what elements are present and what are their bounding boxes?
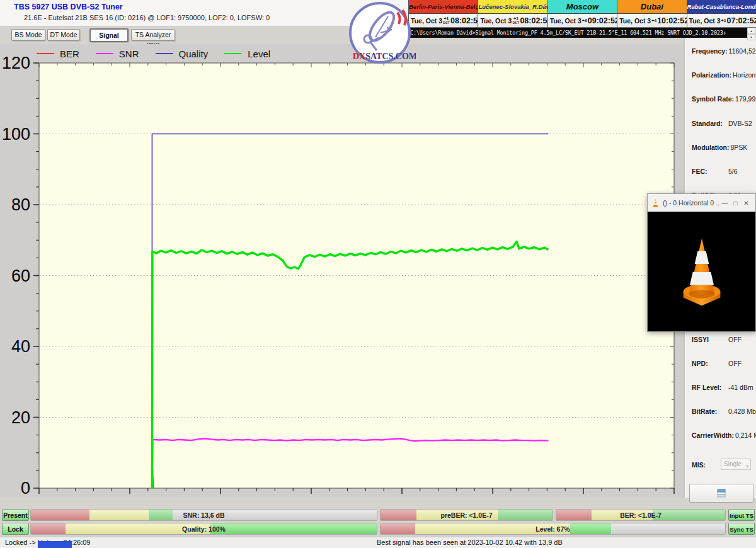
meter-label: SNR: 13,6 dB: [31, 510, 377, 520]
meter-label: BER: <1.0E-7: [556, 510, 725, 520]
clock-date: Tue, Oct 3: [619, 17, 651, 25]
clock-city-label: Lučenec-Slovakia_R.Dávid: [478, 0, 547, 14]
level-meter: Level: 67%: [380, 523, 726, 535]
clock-utc-offset: +3: [582, 19, 587, 23]
vlc-maximize-button[interactable]: □: [730, 200, 741, 207]
clock-time: 07:02:52: [727, 16, 756, 25]
y-tick-label: 20: [11, 408, 30, 427]
clock-time-row: Tue, Oct 3+1DST08:02:52: [409, 14, 478, 28]
clock-time: 09:02:52: [588, 16, 619, 25]
vlc-cone-icon: [651, 198, 660, 208]
vlc-titlebar[interactable]: () - 0 Horizontal 0 ... — □ ✕: [648, 194, 755, 212]
param-label: ISSYI: [692, 336, 727, 343]
param-value: 5/6: [728, 168, 738, 175]
dxsatcs-logo: DXSATCS.COM: [344, 1, 416, 66]
vlc-window[interactable]: () - 0 Horizontal 0 ... — □ ✕: [647, 193, 756, 332]
legend-label: Quality: [179, 49, 209, 59]
panel-layers-button[interactable]: [689, 484, 753, 503]
tab-signal-mon[interactable]: Signal Mon.: [89, 28, 129, 42]
clock-dubai: DubaiTue, Oct 3+410:02:52: [617, 0, 686, 28]
world-clocks: Berlin-Paris-Vienna-BelgradeTue, Oct 3+1…: [408, 0, 756, 28]
vlc-title: () - 0 Horizontal 0 ...: [663, 199, 719, 207]
dst-label: DST: [512, 21, 519, 25]
clock-city-label: Moscow: [548, 0, 617, 14]
param-row-bitrate: BitRate:0,428 Mbit/s: [692, 408, 756, 415]
satellite-dish-icon: DXSATCS.COM: [344, 1, 416, 66]
param-value: 8PSK: [730, 144, 747, 151]
quality-meter: Quality: 100%: [30, 523, 377, 535]
plot-area: 020406080100120: [0, 44, 684, 498]
console-scrollbar[interactable]: ▲ ▼: [747, 28, 755, 38]
clock-utc-offset: +1: [721, 19, 726, 23]
signal-chart: BERSNRQualityLevel 020406080100120: [0, 44, 684, 498]
legend-item-level: Level: [224, 49, 270, 59]
tab-dt-mode[interactable]: DT Mode: [47, 29, 80, 41]
param-row-standard: Standard:DVB-S2: [692, 120, 752, 127]
present-indicator: Present: [2, 509, 29, 521]
lock-indicator: Lock: [2, 523, 29, 535]
layers-icon: [717, 489, 726, 498]
clock-lu-enec-slovakia-r-d-vid: Lučenec-Slovakia_R.DávidTue, Oct 3+1DST0…: [478, 0, 547, 28]
offset-value: +1: [721, 19, 726, 23]
legend-swatch-snr: [96, 53, 113, 54]
legend-item-snr: SNR: [96, 49, 139, 59]
param-label: Polarization:: [692, 71, 731, 79]
clock-city-label: Rabat-Casablanca-London: [687, 0, 756, 14]
legend-label: SNR: [119, 49, 139, 59]
param-row-symbol-rate: Symbol Rate:179,999 KS/s: [692, 95, 756, 103]
vlc-minimize-button[interactable]: —: [719, 200, 730, 207]
ber-meter: BER: <1.0E-7: [556, 509, 726, 521]
param-row-npd: NPD:OFF: [692, 360, 742, 367]
clock-date: Tue, Oct 3: [689, 17, 721, 25]
y-tick-label: 80: [11, 195, 30, 214]
param-row-rf-level: RF Level:-41 dBm: [692, 384, 753, 391]
param-value: 11604,521 MHz: [729, 47, 756, 55]
status-bar: Locked -> Uptime: 24:26:09 Best signal h…: [0, 537, 756, 548]
console-scroll-up-button[interactable]: ▲: [747, 28, 755, 34]
legend-label: BER: [60, 49, 79, 59]
param-row-frequency: Frequency:11604,521 MHz: [692, 47, 756, 55]
legend-item-quality: Quality: [156, 49, 209, 59]
command-console[interactable]: C:\Users\Roman Dávid>Signal Monitoring_P…: [408, 28, 747, 38]
y-tick-label: 0: [21, 479, 30, 498]
clock-utc-offset: +1DST: [512, 17, 519, 25]
svg-text:DXSATCS.COM: DXSATCS.COM: [353, 52, 416, 61]
clock-time-row: Tue, Oct 3+1DST08:02:52: [478, 14, 547, 28]
clock-date: Tue, Oct 3: [480, 17, 512, 25]
legend-swatch-ber: [37, 53, 54, 54]
param-label: CarrierWidth:: [692, 431, 734, 439]
meter-label: Quality: 100%: [31, 523, 377, 534]
legend-swatch-quality: [156, 53, 173, 54]
clock-utc-offset: +4: [651, 19, 656, 23]
param-value: DVB-S2: [728, 120, 752, 127]
chart-legend: BERSNRQualityLevel: [37, 48, 270, 59]
legend-label: Level: [248, 49, 270, 59]
taskbar-window-fragment[interactable]: [38, 541, 72, 548]
tab-bs-mode[interactable]: BS Mode: [11, 29, 45, 41]
console-scroll-down-button[interactable]: ▼: [747, 34, 755, 40]
y-tick-label: 60: [11, 266, 30, 285]
sync-ts-indicator: Sync TS: [728, 523, 755, 535]
input-ts-indicator: Input TS: [728, 509, 755, 521]
clock-date: Tue, Oct 3: [550, 17, 581, 25]
param-row-modulation: Modulation:8PSK: [692, 144, 747, 151]
param-value: OFF: [728, 336, 742, 343]
param-row-issyi: ISSYIOFF: [692, 336, 742, 343]
vlc-close-button[interactable]: ✕: [741, 200, 752, 207]
app-title: TBS 5927 USB DVB-S2 Tuner: [14, 3, 123, 11]
param-label: Symbol Rate:: [692, 95, 734, 103]
clock-time-row: Tue, Oct 3+107:02:52: [687, 14, 756, 28]
param-label: Frequency:: [692, 47, 728, 55]
vlc-cone-logo: [673, 233, 731, 310]
clock-time-row: Tue, Oct 3+410:02:52: [617, 14, 686, 28]
meter-label: preBER: <1.0E-7: [381, 510, 553, 520]
offset-value: +4: [651, 19, 656, 23]
tab-ts-analyzer-ok[interactable]: TS Analyzer (OK): [131, 29, 175, 41]
param-value: -41 dBm: [728, 384, 753, 391]
status-best-signal: Best signal has been seen at 2023-10-02 …: [377, 539, 563, 546]
param-row-fec: FEC:5/6: [692, 168, 738, 175]
param-value: 179,999 KS/s: [735, 95, 756, 103]
clock-utc-offset: +1DST: [443, 17, 450, 25]
legend-swatch-level: [224, 53, 242, 54]
dst-label: DST: [443, 21, 450, 25]
